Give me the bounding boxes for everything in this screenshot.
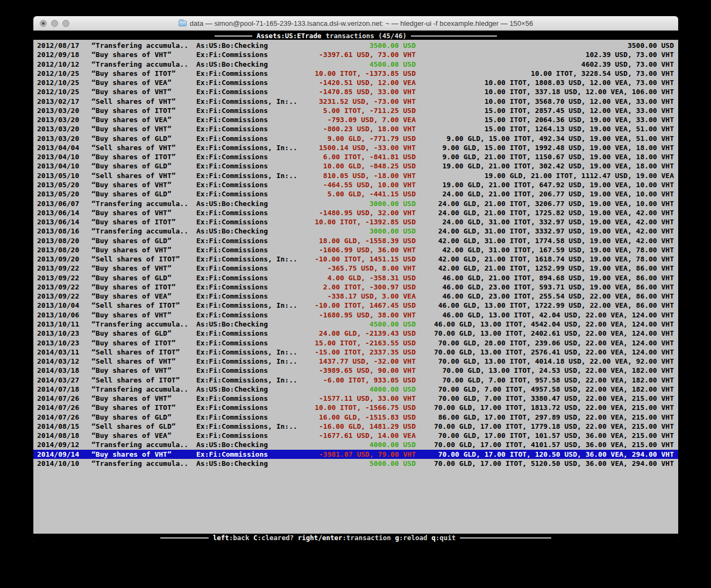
title-group: data — simon@pool-71-165-239-133.lsanca.… — [179, 19, 533, 27]
transaction-row[interactable]: 2013/10/04“Sell shares of ITOT”Ex:Fi:Com… — [33, 301, 678, 310]
transaction-running-balance: 70.00 GLD, 13.00 ITOT, 24.53 USD, 22.00 … — [443, 366, 674, 375]
transaction-running-balance: 9.00 GLD, 21.00 ITOT, 1150.67 USD, 19.00… — [443, 152, 674, 161]
footer-key-action: :cleared? — [257, 534, 297, 542]
transaction-description: “Sell shares of ITOT” — [91, 254, 180, 264]
transaction-row[interactable]: 2013/03/20“Buy shares of GLD”Ex:Fi:Commi… — [33, 134, 678, 143]
transaction-row[interactable]: 2013/08/16“Transfering accumula..As:US:B… — [33, 226, 678, 236]
footer-key-action: :back — [229, 534, 253, 542]
transaction-date: 2013/03/20 — [37, 115, 79, 124]
header-rule-left — [215, 36, 252, 37]
transaction-date: 2014/07/26 — [37, 413, 79, 422]
transaction-row[interactable]: 2013/05/20“Buy shares of VHT”Ex:Fi:Commi… — [33, 180, 678, 189]
transaction-row[interactable]: 2014/09/12“Transfering accumula..As:US:B… — [33, 440, 678, 449]
transaction-row[interactable]: 2014/03/18“Buy shares of VHT”Ex:Fi:Commi… — [33, 366, 678, 375]
transaction-row[interactable]: 2014/03/27“Sell shares of ITOT”Ex:Fi:Com… — [33, 376, 678, 385]
transaction-row[interactable]: 2012/10/25“Buy shares of VEA”Ex:Fi:Commi… — [33, 78, 678, 87]
transaction-row[interactable]: 2013/03/20“Buy shares of ITOT”Ex:Fi:Comm… — [33, 106, 678, 115]
transaction-description: “Buy shares of VHT” — [91, 394, 172, 403]
transaction-description: “Sell shares of ITOT” — [91, 301, 180, 310]
footer-key: q — [431, 534, 436, 542]
transaction-description: “Buy shares of VHT” — [91, 87, 172, 96]
transaction-change-amount: 5.00 GLD, -441.15 USD — [328, 189, 416, 199]
transaction-row[interactable]: 2013/08/20“Buy shares of VHT”Ex:Fi:Commi… — [33, 245, 678, 254]
transaction-other-accounts: Ex:Fi:Commissions, In:.. — [196, 422, 297, 431]
window-titlebar[interactable]: data — simon@pool-71-165-239-133.lsanca.… — [33, 16, 678, 31]
transaction-row[interactable]: 2013/09/20“Sell shares of ITOT”Ex:Fi:Com… — [33, 254, 678, 264]
transaction-running-balance: 46.00 GLD, 23.00 ITOT, 593.71 USD, 19.00… — [443, 282, 674, 292]
transaction-row[interactable]: 2013/10/23“Buy shares of GLD”Ex:Fi:Commi… — [33, 329, 678, 338]
header-rule-right — [411, 36, 497, 37]
transaction-description: “Buy shares of VEA” — [91, 115, 172, 124]
transaction-date: 2013/05/10 — [37, 171, 79, 180]
desktop-background: data — simon@pool-71-165-239-133.lsanca.… — [0, 0, 711, 588]
transaction-description: “Buy shares of VHT” — [91, 124, 172, 133]
transaction-other-accounts: Ex:Fi:Commissions, In:.. — [196, 171, 297, 180]
transaction-other-accounts: Ex:Fi:Commissions, In:.. — [196, 97, 297, 106]
transaction-row[interactable]: 2012/09/18“Buy shares of VHT”Ex:Fi:Commi… — [33, 50, 678, 59]
transaction-row[interactable]: 2014/07/26“Buy shares of GLD”Ex:Fi:Commi… — [33, 413, 678, 422]
transaction-row[interactable]: 2013/03/20“Buy shares of VEA”Ex:Fi:Commi… — [33, 115, 678, 124]
transaction-row[interactable]: 2014/07/26“Buy shares of VHT”Ex:Fi:Commi… — [33, 394, 678, 403]
transaction-row[interactable]: 2013/06/14“Buy shares of VHT”Ex:Fi:Commi… — [33, 208, 678, 217]
transaction-other-accounts: As:US:Bo:Checking — [196, 41, 268, 50]
transaction-row[interactable]: 2012/08/17“Transfering accumula..As:US:B… — [33, 41, 678, 50]
transaction-row[interactable]: 2013/10/06“Buy shares of VHT”Ex:Fi:Commi… — [33, 310, 678, 320]
zoom-button[interactable] — [62, 20, 69, 27]
transaction-row[interactable]: 2013/05/10“Sell shares of VHT”Ex:Fi:Comm… — [33, 171, 678, 180]
transaction-other-accounts: Ex:Fi:Commissions — [196, 180, 268, 189]
transaction-other-accounts: Ex:Fi:Commissions — [196, 124, 268, 133]
transaction-row[interactable]: 2014/10/10“Transfering accumula..As:US:B… — [33, 459, 678, 468]
transaction-row[interactable]: 2014/09/14“Buy shares of VHT”Ex:Fi:Commi… — [33, 450, 678, 459]
transaction-row[interactable]: 2013/02/17“Sell shares of VHT”Ex:Fi:Comm… — [33, 97, 678, 106]
transaction-change-amount: 6.00 ITOT, -841.81 USD — [323, 152, 416, 161]
transaction-row[interactable]: 2013/04/10“Buy shares of GLD”Ex:Fi:Commi… — [33, 161, 678, 171]
transaction-description: “Transfering accumula.. — [91, 41, 188, 50]
transaction-description: “Sell shares of ITOT” — [91, 376, 180, 385]
transaction-row[interactable]: 2013/08/20“Buy shares of GLD”Ex:Fi:Commi… — [33, 236, 678, 245]
transaction-row[interactable]: 2014/07/26“Buy shares of ITOT”Ex:Fi:Comm… — [33, 403, 678, 412]
transaction-row[interactable]: 2014/07/18“Transfering accumula..As:US:B… — [33, 385, 678, 394]
transaction-row[interactable]: 2013/06/14“Buy shares of ITOT”Ex:Fi:Comm… — [33, 217, 678, 226]
transaction-row[interactable]: 2014/08/15“Sell shares of GLD”Ex:Fi:Comm… — [33, 422, 678, 431]
transaction-change-amount: -16.00 GLD, 1481.29 USD — [319, 422, 416, 431]
transaction-description: “Buy shares of GLD” — [91, 161, 172, 171]
transaction-row[interactable]: 2012/10/25“Buy shares of VHT”Ex:Fi:Commi… — [33, 87, 678, 96]
transaction-description: “Buy shares of GLD” — [91, 236, 172, 245]
transaction-row[interactable]: 2013/06/07“Transfering accumula..As:US:B… — [33, 199, 678, 208]
transaction-description: “Buy shares of ITOT” — [91, 69, 176, 78]
transaction-date: 2014/03/27 — [37, 376, 79, 385]
close-button[interactable] — [40, 20, 47, 27]
transaction-row[interactable]: 2013/04/10“Buy shares of ITOT”Ex:Fi:Comm… — [33, 152, 678, 161]
transaction-row[interactable]: 2013/05/20“Buy shares of GLD”Ex:Fi:Commi… — [33, 189, 678, 199]
transaction-other-accounts: As:US:Bo:Checking — [196, 320, 268, 329]
transaction-row[interactable]: 2013/03/20“Buy shares of VHT”Ex:Fi:Commi… — [33, 124, 678, 133]
transaction-row[interactable]: 2013/10/11“Transfering accumula..As:US:B… — [33, 320, 678, 329]
transaction-running-balance: 4602.39 USD, 73.00 VHT — [581, 60, 674, 69]
transaction-other-accounts: Ex:Fi:Commissions — [196, 403, 268, 412]
transaction-row[interactable]: 2012/10/25“Buy shares of ITOT”Ex:Fi:Comm… — [33, 69, 678, 78]
transaction-row[interactable]: 2014/03/11“Sell shares of ITOT”Ex:Fi:Com… — [33, 348, 678, 357]
transaction-running-balance: 24.00 GLD, 31.00 ITOT, 3332.97 USD, 19.0… — [438, 226, 674, 236]
transaction-other-accounts: Ex:Fi:Commissions — [196, 431, 268, 440]
transaction-row[interactable]: 2013/09/22“Buy shares of VEA”Ex:Fi:Commi… — [33, 292, 678, 301]
transaction-date: 2013/10/23 — [37, 329, 79, 338]
transaction-row[interactable]: 2013/09/22“Buy shares of ITOT”Ex:Fi:Comm… — [33, 282, 678, 292]
transaction-date: 2013/04/04 — [37, 143, 79, 152]
transaction-change-amount: 4500.00 USD — [369, 320, 416, 329]
transaction-description: “Buy shares of ITOT” — [91, 338, 176, 348]
minimize-button[interactable] — [51, 20, 58, 27]
transaction-row[interactable]: 2014/03/12“Sell shares of VHT”Ex:Fi:Comm… — [33, 357, 678, 366]
transaction-row[interactable]: 2013/10/23“Buy shares of ITOT”Ex:Fi:Comm… — [33, 338, 678, 348]
transaction-date: 2012/10/25 — [37, 78, 79, 87]
transaction-other-accounts: Ex:Fi:Commissions — [196, 329, 268, 338]
transaction-other-accounts: Ex:Fi:Commissions — [196, 208, 268, 217]
transaction-change-amount: -1420.51 USD, 12.00 VEA — [319, 78, 416, 87]
transaction-row[interactable]: 2013/09/22“Buy shares of GLD”Ex:Fi:Commi… — [33, 273, 678, 282]
transaction-date: 2013/03/20 — [37, 106, 79, 115]
modified-dot-icon — [42, 22, 45, 25]
transaction-row[interactable]: 2014/08/18“Buy shares of VEA”Ex:Fi:Commi… — [33, 431, 678, 440]
transaction-row[interactable]: 2013/04/04“Sell shares of VHT”Ex:Fi:Comm… — [33, 143, 678, 152]
transaction-row[interactable]: 2012/10/12“Transfering accumula..As:US:B… — [33, 60, 678, 69]
transaction-row[interactable]: 2013/09/22“Buy shares of VHT”Ex:Fi:Commi… — [33, 264, 678, 273]
transaction-running-balance: 10.00 ITOT, 1808.03 USD, 12.00 VEA, 73.0… — [485, 78, 674, 87]
